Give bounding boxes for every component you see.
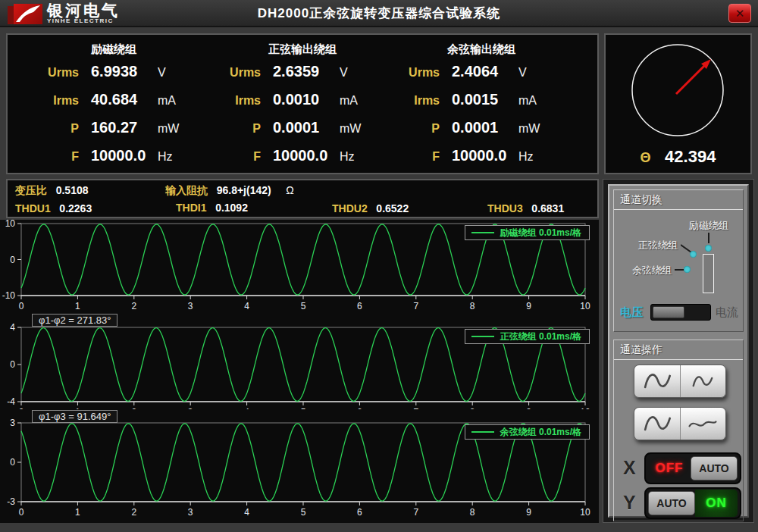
svg-text:10: 10 (580, 507, 590, 518)
measure-unit: Hz (518, 150, 534, 164)
svg-text:1: 1 (75, 507, 80, 518)
measure-value: 2.6359 (261, 63, 340, 80)
impedance-value: 96.8+j(142) (217, 184, 271, 196)
waveform-chart-cosine: 30-3012345678910 φ1-φ3 = 91.649° 余弦绕组 0.… (0, 409, 599, 523)
measure-row: Urms2.6359V (206, 63, 388, 91)
measure-value: 0.0015 (440, 91, 518, 108)
legend-label: 余弦绕组 0.01ms/格 (500, 426, 581, 439)
thdu2-value: 0.6522 (376, 202, 409, 214)
sine-wave-icon (686, 412, 719, 435)
winding-label-cosine: 余弦绕组 (632, 264, 672, 277)
measure-row: Urms6.9938V (24, 63, 206, 91)
chart-legend: 励磁绕组 0.01ms/格 (465, 225, 590, 240)
control-panel: 通道切换 励磁绕组 正弦绕组 余弦绕组 电压 电流 通道操作 (603, 179, 754, 523)
legend-label: 励磁绕组 0.01ms/格 (500, 227, 581, 239)
measure-label: Irms (385, 94, 440, 108)
thdu3-label: THDU3 (487, 202, 523, 214)
measure-value: 0.0001 (261, 119, 340, 136)
measure-label: P (24, 122, 79, 136)
thdu2-label: THDU2 (332, 202, 368, 214)
legend-label: 正弦绕组 0.01ms/格 (500, 330, 581, 343)
waveform-rocker-button-1[interactable] (634, 365, 726, 398)
phase-annotation-1-3: φ1-φ3 = 91.649° (32, 410, 117, 423)
group-title-sine: 正弦输出绕组 (206, 42, 388, 57)
svg-text:8: 8 (470, 507, 475, 518)
channel-switch-title: 通道切换 (614, 190, 743, 210)
measure-value: 160.27 (79, 119, 158, 136)
measure-unit: mA (518, 94, 537, 108)
svg-text:5: 5 (301, 507, 306, 518)
sine-node-dot[interactable] (690, 251, 697, 258)
svg-text:0: 0 (19, 301, 24, 311)
voltage-label: 电压 (620, 305, 643, 320)
svg-text:6: 6 (357, 507, 362, 518)
x-channel-toggle[interactable]: OFF AUTO (644, 452, 741, 484)
phase-dial-icon (606, 35, 750, 149)
excitation-node-dot[interactable] (705, 245, 712, 252)
connector-line (708, 233, 709, 243)
measure-row: F10000.0Hz (206, 147, 388, 175)
channel-ops-group: 通道操作 (613, 340, 744, 521)
measure-label: Urms (385, 66, 440, 80)
y-axis-label: Y (623, 492, 636, 514)
svg-text:10: 10 (580, 301, 590, 311)
x-axis-label: X (623, 457, 636, 479)
svg-text:8: 8 (470, 301, 475, 311)
measure-value: 0.0010 (261, 91, 340, 108)
sine-wave-icon (690, 371, 716, 391)
svg-text:9: 9 (526, 507, 531, 518)
measure-label: Irms (24, 94, 79, 108)
phase-dial-panel: Θ 42.394 (604, 33, 752, 174)
svg-text:6: 6 (357, 301, 362, 311)
svg-text:3: 3 (188, 301, 193, 311)
phase-annotation-1-2: φ1-φ2 = 271.83° (32, 314, 117, 327)
measure-value: 2.4064 (440, 63, 518, 80)
y-channel-toggle[interactable]: AUTO ON (644, 487, 741, 519)
cosine-node-dot[interactable] (684, 266, 691, 273)
measure-row: Urms2.4064V (385, 63, 567, 91)
legend-line-icon (471, 431, 494, 433)
measure-unit: mA (340, 94, 358, 108)
close-button[interactable]: ✕ (728, 4, 751, 23)
legend-line-icon (471, 336, 494, 337)
x-off-state[interactable]: OFF (648, 461, 691, 476)
measure-unit: mW (340, 122, 361, 136)
measure-row: P0.0001mW (206, 119, 388, 147)
ratio-label: 变压比 (15, 184, 47, 196)
connector-line (675, 269, 684, 271)
measure-value: 10000.0 (79, 147, 158, 164)
svg-text:7: 7 (413, 301, 418, 311)
channel-selector-slider[interactable] (703, 254, 714, 293)
thdu3-value: 0.6831 (531, 202, 564, 214)
y-on-state[interactable]: ON (695, 490, 738, 517)
waveform-plot: 40-4012345678910 (0, 312, 599, 409)
measure-row: P0.0001mW (385, 119, 567, 147)
theta-value: 42.394 (665, 147, 716, 166)
svg-text:4: 4 (244, 507, 249, 518)
thdi1-label: THDI1 (176, 202, 206, 214)
channel-switch-group: 通道切换 励磁绕组 正弦绕组 余弦绕组 电压 电流 (613, 189, 744, 332)
svg-text:2: 2 (131, 301, 136, 311)
theta-symbol: Θ (641, 150, 651, 165)
measure-label: F (206, 150, 261, 164)
x-auto-button[interactable]: AUTO (691, 456, 738, 480)
page-title: DH2000正余弦旋转变压器综合试验系统 (0, 0, 758, 27)
svg-text:4: 4 (244, 301, 249, 311)
measure-unit: Hz (158, 150, 173, 164)
chart-legend: 余弦绕组 0.01ms/格 (465, 424, 590, 440)
toggle-knob[interactable] (653, 306, 684, 318)
svg-text:2: 2 (131, 507, 136, 518)
voltage-current-toggle[interactable] (650, 304, 711, 321)
measure-unit: Hz (340, 150, 355, 164)
measure-value: 10000.0 (440, 147, 518, 164)
measure-value: 40.684 (79, 91, 158, 108)
svg-text:-4: -4 (7, 396, 15, 407)
measure-row: F10000.0Hz (24, 147, 206, 175)
legend-line-icon (471, 232, 494, 233)
y-auto-button[interactable]: AUTO (648, 491, 695, 515)
waveform-rocker-button-2[interactable] (634, 407, 726, 440)
sine-wave-icon (641, 369, 674, 393)
channel-ops-title: 通道操作 (614, 340, 743, 360)
svg-text:7: 7 (413, 507, 418, 518)
measure-unit: mA (158, 94, 176, 108)
